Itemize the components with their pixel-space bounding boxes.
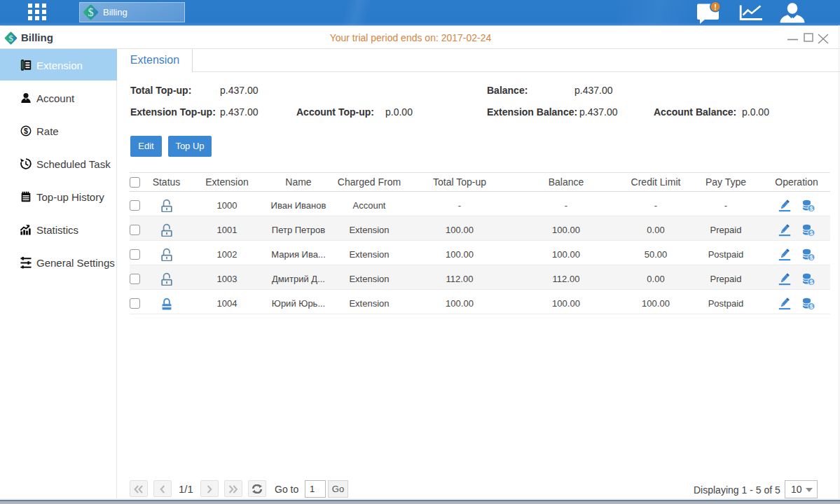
svg-text:$: $ [810, 229, 813, 236]
svg-text:$: $ [810, 204, 813, 211]
svg-text:$: $ [810, 278, 813, 285]
svg-text:!: ! [714, 3, 717, 11]
svg-text:$: $ [88, 6, 93, 18]
svg-text:$: $ [810, 253, 813, 260]
svg-text:$: $ [24, 126, 28, 134]
svg-text:$: $ [810, 302, 813, 309]
